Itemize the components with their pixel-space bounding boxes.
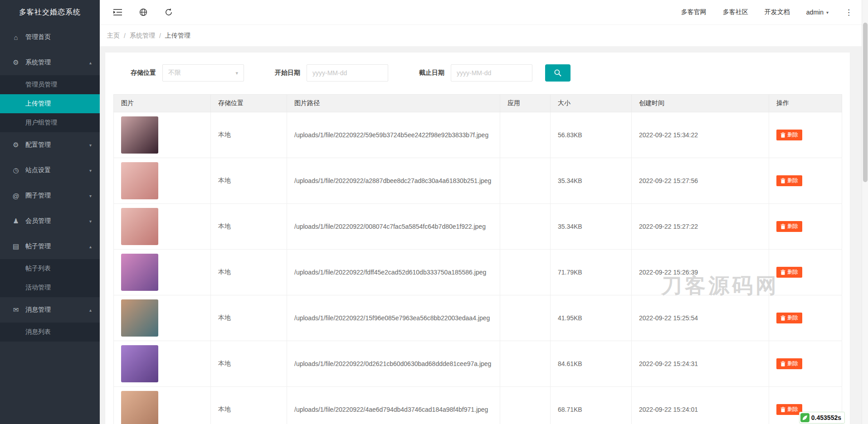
image-thumbnail[interactable] bbox=[121, 254, 158, 291]
sidebar-item-upload-management[interactable]: 上传管理 bbox=[0, 94, 100, 113]
size-cell: 56.83KB bbox=[551, 112, 632, 158]
app-cell bbox=[500, 295, 551, 341]
breadcrumb-separator: / bbox=[159, 32, 161, 39]
trash-icon bbox=[780, 361, 785, 366]
image-thumbnail[interactable] bbox=[121, 208, 158, 245]
created-cell: 2022-09-22 15:24:01 bbox=[632, 387, 769, 424]
column-header-size: 大小 bbox=[551, 95, 632, 112]
trash-icon bbox=[780, 315, 785, 321]
main-area: 存储位置 不限 ▾ 开始日期 截止日期 bbox=[100, 46, 868, 424]
breadcrumb-system-management[interactable]: 系统管理 bbox=[130, 32, 155, 40]
sidebar-submenu-system-management: 管理员管理 上传管理 用户组管理 bbox=[0, 75, 100, 132]
image-thumbnail[interactable] bbox=[121, 116, 158, 154]
size-cell: 84.61KB bbox=[551, 341, 632, 387]
gear-icon: ⚙ bbox=[11, 58, 21, 67]
size-cell: 35.34KB bbox=[551, 204, 632, 250]
sidebar-item-site-settings[interactable]: ◷ 站点设置 ▾ bbox=[0, 158, 100, 183]
sidebar-item-config-management[interactable]: ⚙ 配置管理 ▾ bbox=[0, 132, 100, 158]
delete-button[interactable]: 删除 bbox=[776, 175, 802, 186]
render-time-badge: 0.453552s bbox=[799, 412, 845, 424]
table-row: 本地 /uploads/1/file/20220922/4ae6d794db4d… bbox=[114, 387, 842, 424]
leaf-icon bbox=[800, 413, 809, 422]
caret-down-icon: ▾ bbox=[826, 10, 829, 15]
clock-icon: ◷ bbox=[11, 166, 21, 174]
sidebar-item-member-management[interactable]: ♟ 会员管理 ▾ bbox=[0, 208, 100, 234]
delete-button[interactable]: 删除 bbox=[776, 221, 802, 231]
breadcrumb-home[interactable]: 主页 bbox=[107, 32, 120, 40]
sidebar-item-post-management[interactable]: ▤ 帖子管理 ▴ bbox=[0, 234, 100, 259]
storage-cell: 本地 bbox=[211, 387, 287, 424]
sidebar-nav: ⌂ 管理首页 ⚙ 系统管理 ▴ 管理员管理 上传管理 用户组管理 ⚙ 配置管理 … bbox=[0, 24, 100, 342]
table-row: 本地 /uploads/1/file/20220922/008074c7fac5… bbox=[114, 204, 842, 250]
at-icon: @ bbox=[11, 192, 21, 200]
start-date-input[interactable] bbox=[307, 64, 388, 82]
scrollbar-thumb[interactable] bbox=[863, 23, 868, 182]
sidebar-item-message-list[interactable]: 消息列表 bbox=[0, 323, 100, 342]
storage-location-label: 存储位置 bbox=[131, 69, 156, 77]
breadcrumb: 主页 / 系统管理 / 上传管理 bbox=[107, 32, 190, 40]
topbar-left-icons bbox=[113, 8, 173, 16]
sidebar-item-message-management[interactable]: ✉ 消息管理 ▴ bbox=[0, 297, 100, 323]
column-header-app: 应用 bbox=[500, 95, 551, 112]
delete-button[interactable]: 删除 bbox=[776, 130, 802, 140]
delete-button[interactable]: 删除 bbox=[776, 267, 802, 277]
column-header-created: 创建时间 bbox=[632, 95, 769, 112]
sidebar-item-activity-management[interactable]: 活动管理 bbox=[0, 278, 100, 297]
user-icon: ♟ bbox=[11, 217, 21, 225]
path-cell: /uploads/1/file/20220922/0d2621cb60d0630… bbox=[287, 341, 500, 387]
posts-icon: ▤ bbox=[11, 242, 21, 251]
path-cell: /uploads/1/file/20220922/59e59b3724b5ee2… bbox=[287, 112, 500, 158]
sidebar-item-user-group-management[interactable]: 用户组管理 bbox=[0, 113, 100, 132]
topbar-link-community[interactable]: 多客社区 bbox=[723, 8, 748, 16]
sidebar-item-system-management[interactable]: ⚙ 系统管理 ▴ bbox=[0, 50, 100, 75]
delete-button[interactable]: 删除 bbox=[776, 358, 802, 369]
path-cell: /uploads/1/file/20220922/fdff45e2cad52d6… bbox=[287, 250, 500, 295]
more-menu-icon[interactable]: ⋮ bbox=[845, 9, 853, 16]
upload-table: 图片 存储位置 图片路径 应用 大小 创建时间 操作 本地 /uploads/1… bbox=[113, 94, 842, 424]
content-card: 存储位置 不限 ▾ 开始日期 截止日期 bbox=[105, 53, 850, 424]
storage-cell: 本地 bbox=[211, 250, 287, 295]
storage-cell: 本地 bbox=[211, 112, 287, 158]
sidebar-item-circle-management[interactable]: @ 圈子管理 ▾ bbox=[0, 183, 100, 208]
config-gear-icon: ⚙ bbox=[11, 141, 21, 149]
sidebar-submenu-message-management: 消息列表 bbox=[0, 323, 100, 342]
created-cell: 2022-09-22 15:24:31 bbox=[632, 341, 769, 387]
upload-table-body: 本地 /uploads/1/file/20220922/59e59b3724b5… bbox=[114, 112, 842, 424]
delete-button-label: 删除 bbox=[787, 406, 798, 412]
globe-icon[interactable] bbox=[139, 8, 147, 16]
app-cell bbox=[500, 204, 551, 250]
refresh-icon[interactable] bbox=[165, 8, 173, 16]
column-header-storage: 存储位置 bbox=[211, 95, 287, 112]
app-cell bbox=[500, 387, 551, 424]
topbar-link-dev-docs[interactable]: 开发文档 bbox=[765, 8, 790, 16]
trash-icon bbox=[780, 407, 785, 412]
column-header-path: 图片路径 bbox=[287, 95, 500, 112]
image-thumbnail[interactable] bbox=[121, 345, 158, 382]
end-date-input[interactable] bbox=[451, 64, 532, 82]
delete-button-label: 删除 bbox=[787, 315, 798, 321]
storage-location-select[interactable]: 不限 ▾ bbox=[162, 64, 244, 82]
user-menu[interactable]: admin ▾ bbox=[806, 9, 829, 16]
search-button[interactable] bbox=[545, 64, 571, 82]
caret-down-icon: ▾ bbox=[89, 143, 92, 148]
delete-button[interactable]: 删除 bbox=[776, 404, 802, 414]
topbar: 多客官网 多客社区 开发文档 admin ▾ ⋮ bbox=[100, 0, 868, 24]
sidebar-item-admin-home[interactable]: ⌂ 管理首页 bbox=[0, 24, 100, 50]
app-cell bbox=[500, 341, 551, 387]
delete-button[interactable]: 删除 bbox=[776, 313, 802, 323]
image-thumbnail[interactable] bbox=[121, 162, 158, 199]
trash-icon bbox=[780, 224, 785, 229]
end-date-label: 截止日期 bbox=[419, 69, 444, 77]
topbar-link-official-site[interactable]: 多客官网 bbox=[681, 8, 707, 16]
collapse-menu-icon[interactable] bbox=[113, 9, 122, 16]
image-thumbnail[interactable] bbox=[121, 391, 158, 424]
content-column: 多客官网 多客社区 开发文档 admin ▾ ⋮ 主页 / 系统管理 / 上传管… bbox=[100, 0, 868, 424]
topbar-right: 多客官网 多客社区 开发文档 admin ▾ ⋮ bbox=[681, 8, 853, 16]
image-thumbnail[interactable] bbox=[121, 299, 158, 337]
sidebar-item-post-list[interactable]: 帖子列表 bbox=[0, 259, 100, 278]
path-cell: /uploads/1/file/20220922/4ae6d794db4d374… bbox=[287, 387, 500, 424]
vertical-scrollbar[interactable] bbox=[862, 0, 868, 424]
storage-cell: 本地 bbox=[211, 204, 287, 250]
sidebar-item-admin-management[interactable]: 管理员管理 bbox=[0, 75, 100, 94]
breadcrumb-current: 上传管理 bbox=[165, 32, 190, 40]
